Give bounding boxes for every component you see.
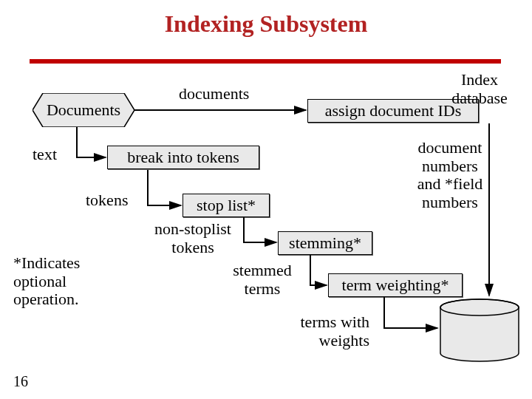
label-terms-with-weights: terms with weights bbox=[284, 313, 369, 349]
slide-number: 16 bbox=[13, 373, 28, 390]
footnote-optional: *Indicates optional operation. bbox=[13, 254, 80, 309]
box-break-into-tokens: break into tokens bbox=[107, 146, 259, 169]
label-document-numbers: document numbers and *field numbers bbox=[409, 139, 491, 212]
box-stop-list: stop list* bbox=[183, 194, 270, 217]
box-term-weighting: term weighting* bbox=[328, 273, 463, 297]
label-text: text bbox=[33, 146, 57, 164]
label-tokens: tokens bbox=[86, 191, 128, 210]
box-stemming: stemming* bbox=[278, 231, 372, 255]
label-non-stoplist-tokens: non-stoplist tokens bbox=[146, 220, 239, 256]
documents-hexagon: Documents bbox=[33, 93, 134, 127]
slide-title: Indexing Subsystem bbox=[0, 10, 532, 38]
label-documents-flow: documents bbox=[179, 85, 249, 103]
label-stemmed-terms: stemmed terms bbox=[222, 262, 303, 298]
index-database-label: Index database bbox=[439, 71, 520, 107]
title-underline bbox=[30, 59, 501, 64]
documents-hexagon-label: Documents bbox=[33, 100, 134, 120]
index-database-cylinder bbox=[439, 299, 520, 358]
